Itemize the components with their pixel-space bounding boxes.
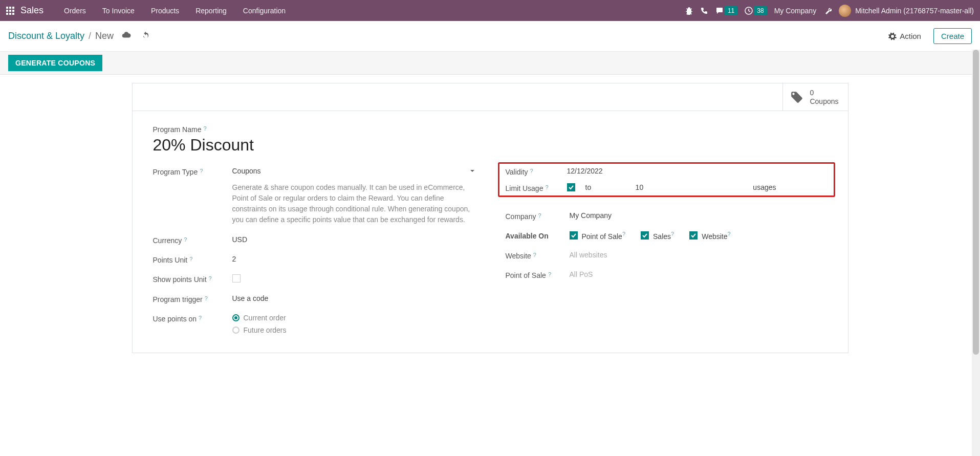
help-icon[interactable]: ? [622, 231, 625, 237]
generate-coupons-button[interactable]: GENERATE COUPONS [8, 55, 102, 71]
website-label: Website? [506, 251, 570, 260]
svg-rect-1 [9, 7, 11, 9]
show-points-checkbox[interactable] [232, 274, 241, 283]
breadcrumb: Discount & Loyalty / New [8, 31, 114, 41]
brand[interactable]: Sales [20, 5, 43, 16]
clock-icon [745, 7, 753, 15]
help-icon[interactable]: ? [533, 252, 536, 258]
help-icon[interactable]: ? [548, 271, 551, 277]
breadcrumb-bar: Discount & Loyalty / New Action Create [0, 21, 980, 52]
program-name-field[interactable]: 20% Discount [153, 136, 827, 155]
pos-label: Point of Sale? [506, 270, 570, 279]
validity-label: Validity? [506, 167, 567, 176]
phone-icon[interactable] [700, 7, 708, 15]
company-selector[interactable]: My Company [774, 7, 816, 15]
program-type-field[interactable]: Coupons [232, 167, 475, 175]
apps-icon[interactable] [6, 7, 14, 15]
help-icon[interactable]: ? [728, 231, 731, 237]
chevron-down-icon [470, 167, 475, 175]
help-icon[interactable]: ? [538, 212, 541, 219]
radio-current-label: Current order [244, 314, 286, 322]
svg-rect-8 [12, 13, 14, 15]
currency-field[interactable]: USD [232, 235, 475, 244]
messages-count: 11 [725, 6, 737, 15]
nav-products[interactable]: Products [143, 2, 187, 20]
program-trigger-field[interactable]: Use a code [232, 294, 475, 302]
limit-unit-label: usages [753, 183, 776, 191]
form-card: 0 Coupons Program Name? 20% Discount Pro… [132, 83, 848, 353]
use-points-group: Current order Future orders [232, 314, 475, 338]
breadcrumb-right: Action Create [888, 28, 972, 44]
available-pos-label: Point of Sale? [582, 231, 626, 241]
help-icon[interactable]: ? [200, 168, 203, 174]
username: Mitchell Admin (21768757-master-all) [855, 7, 974, 15]
nav-orders[interactable]: Orders [56, 2, 94, 20]
available-on-group: Point of Sale? Sales? Website? [570, 231, 827, 241]
activities-count: 38 [754, 6, 767, 15]
help-icon[interactable]: ? [199, 315, 202, 321]
statusbar: GENERATE COUPONS [0, 52, 980, 75]
website-field[interactable]: All websites [570, 251, 827, 259]
program-type-label: Program Type? [153, 167, 232, 176]
tools-icon[interactable] [823, 7, 832, 15]
svg-rect-6 [6, 13, 8, 15]
tag-icon [790, 91, 803, 104]
form-wrap: 0 Coupons Program Name? 20% Discount Pro… [0, 75, 980, 361]
svg-rect-4 [9, 10, 11, 12]
currency-label: Currency? [153, 235, 232, 245]
nav-menu: Orders To Invoice Products Reporting Con… [56, 2, 294, 20]
available-on-label: Available On [506, 231, 570, 240]
breadcrumb-current: New [95, 31, 114, 41]
nav-to-invoice[interactable]: To Invoice [94, 2, 143, 20]
radio-current-order[interactable] [232, 314, 239, 321]
points-unit-field[interactable]: 2 [232, 255, 475, 263]
use-points-label: Use points on? [153, 314, 232, 323]
available-sales-checkbox[interactable] [641, 231, 649, 240]
company-field[interactable]: My Company [570, 211, 827, 220]
available-pos-checkbox[interactable] [570, 231, 578, 240]
user-menu[interactable]: Mitchell Admin (21768757-master-all) [839, 5, 974, 17]
validity-field[interactable]: 12/12/2022 [567, 167, 827, 175]
help-icon[interactable]: ? [671, 231, 674, 237]
avatar [839, 5, 851, 17]
nav-configuration[interactable]: Configuration [235, 2, 294, 20]
scrollbar-thumb[interactable] [973, 50, 979, 355]
svg-rect-3 [6, 10, 8, 12]
right-column: Validity? 12/12/2022 Limit Usage? to 10 … [506, 167, 827, 338]
help-icon[interactable]: ? [189, 256, 192, 262]
limit-usage-label: Limit Usage? [506, 183, 567, 192]
gear-icon [888, 32, 897, 40]
radio-future-orders[interactable] [232, 327, 239, 334]
undo-icon[interactable] [141, 31, 150, 41]
svg-rect-5 [12, 10, 14, 12]
available-website-checkbox[interactable] [689, 231, 698, 240]
svg-rect-2 [12, 7, 14, 9]
help-icon[interactable]: ? [209, 275, 212, 281]
cloud-icon[interactable] [122, 31, 131, 41]
help-icon[interactable]: ? [545, 184, 548, 190]
activities-indicator[interactable]: 38 [745, 6, 767, 15]
available-sales-label: Sales? [653, 231, 674, 241]
navbar: Sales Orders To Invoice Products Reporti… [0, 0, 980, 21]
scrollbar[interactable] [972, 50, 980, 361]
help-icon[interactable]: ? [205, 295, 208, 301]
help-icon[interactable]: ? [530, 168, 533, 174]
coupons-stat-button[interactable]: 0 Coupons [782, 83, 847, 111]
svg-rect-7 [9, 13, 11, 15]
limit-value-field[interactable]: 10 [596, 183, 646, 191]
company-label: Company? [506, 211, 570, 221]
action-button[interactable]: Action [888, 32, 921, 40]
breadcrumb-parent[interactable]: Discount & Loyalty [8, 31, 84, 41]
limit-usage-checkbox[interactable] [567, 183, 575, 191]
pos-field[interactable]: All PoS [570, 270, 827, 278]
nav-reporting[interactable]: Reporting [187, 2, 235, 20]
bug-icon[interactable] [685, 7, 693, 15]
program-type-help: Generate & share coupon codes manually. … [232, 182, 475, 225]
messages-indicator[interactable]: 11 [715, 6, 737, 15]
help-icon[interactable]: ? [203, 125, 206, 132]
create-button[interactable]: Create [933, 28, 972, 44]
breadcrumb-sep: / [89, 31, 91, 41]
navbar-right: 11 38 My Company Mitchell Admin (2176875… [685, 5, 974, 17]
svg-rect-0 [6, 7, 8, 9]
help-icon[interactable]: ? [184, 236, 187, 243]
